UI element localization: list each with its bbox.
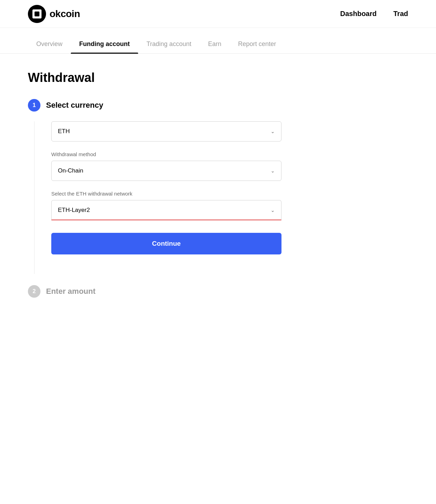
method-label: Withdrawal method xyxy=(51,151,286,157)
currency-chevron-icon: ⌄ xyxy=(271,129,275,134)
method-field-group: Withdrawal method On-Chain ⌄ xyxy=(51,151,286,181)
svg-rect-2 xyxy=(35,12,39,16)
logo-icon xyxy=(28,5,46,23)
step1-header: 1 Select currency xyxy=(28,99,286,112)
tab-trading-account[interactable]: Trading account xyxy=(138,35,200,53)
tab-navigation: Overview Funding account Trading account… xyxy=(0,35,436,54)
logo-area: okcoin xyxy=(28,5,340,23)
continue-button[interactable]: Continue xyxy=(51,233,281,254)
network-chevron-icon: ⌄ xyxy=(271,207,275,213)
network-select-value: ETH-Layer2 xyxy=(58,207,90,214)
network-label: Select the ETH withdrawal network xyxy=(51,191,286,197)
logo-text: okcoin xyxy=(50,8,80,20)
header: okcoin Dashboard Trad xyxy=(0,0,436,28)
step2-section: 2 Enter amount xyxy=(28,285,286,298)
nav-item-dashboard[interactable]: Dashboard xyxy=(340,10,376,18)
tab-earn[interactable]: Earn xyxy=(200,35,230,53)
tab-overview[interactable]: Overview xyxy=(28,35,71,53)
currency-select[interactable]: ETH ⌄ xyxy=(51,121,281,142)
network-select[interactable]: ETH-Layer2 ⌄ xyxy=(51,200,281,220)
method-select[interactable]: On-Chain ⌄ xyxy=(51,161,281,181)
step1-title: Select currency xyxy=(46,101,103,110)
step2-badge: 2 xyxy=(28,285,40,298)
currency-select-value: ETH xyxy=(58,128,70,135)
method-select-value: On-Chain xyxy=(58,167,83,174)
step1-content: ETH ⌄ Withdrawal method On-Chain ⌄ Selec… xyxy=(34,121,286,274)
step1-section: 1 Select currency ETH ⌄ Withdrawal metho… xyxy=(28,99,286,274)
network-field-group: Select the ETH withdrawal network ETH-La… xyxy=(51,191,286,220)
page-title: Withdrawal xyxy=(28,70,286,85)
step1-badge: 1 xyxy=(28,99,40,112)
main-content: Withdrawal 1 Select currency ETH ⌄ Withd… xyxy=(0,54,314,314)
currency-field-group: ETH ⌄ xyxy=(51,121,286,142)
tab-report-center[interactable]: Report center xyxy=(230,35,284,53)
step2-title: Enter amount xyxy=(46,287,96,296)
nav-item-trade[interactable]: Trad xyxy=(393,10,408,18)
tab-funding-account[interactable]: Funding account xyxy=(71,35,138,53)
method-chevron-icon: ⌄ xyxy=(271,168,275,174)
header-nav: Dashboard Trad xyxy=(340,10,408,18)
